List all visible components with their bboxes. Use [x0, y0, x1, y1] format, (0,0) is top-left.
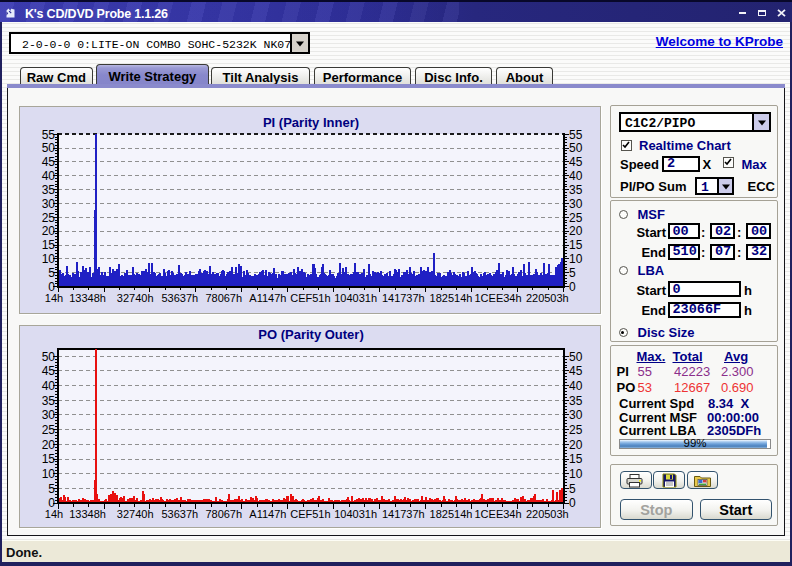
svg-text:25: 25: [569, 211, 583, 225]
svg-text:25: 25: [42, 423, 56, 437]
svg-text:30: 30: [42, 408, 56, 422]
svg-text:141737h: 141737h: [382, 508, 425, 520]
svg-text:32740h: 32740h: [117, 292, 154, 304]
svg-text:182514h: 182514h: [430, 508, 473, 520]
svg-text:PO (Parity Outer): PO (Parity Outer): [258, 327, 363, 342]
svg-text:104031h: 104031h: [334, 508, 377, 520]
svg-text:14h: 14h: [45, 292, 63, 304]
svg-text:220503h: 220503h: [526, 508, 569, 520]
svg-text:141737h: 141737h: [382, 292, 425, 304]
svg-text:30: 30: [569, 408, 583, 422]
svg-text:10: 10: [569, 467, 583, 481]
svg-text:15: 15: [42, 452, 56, 466]
svg-text:30: 30: [42, 197, 56, 211]
svg-text:25: 25: [42, 211, 56, 225]
svg-text:10: 10: [42, 467, 56, 481]
svg-text:PI (Parity Inner): PI (Parity Inner): [263, 115, 359, 130]
svg-text:78067h: 78067h: [205, 292, 242, 304]
svg-text:CEF51h: CEF51h: [290, 508, 330, 520]
svg-text:35: 35: [569, 183, 583, 197]
svg-text:20: 20: [42, 438, 56, 452]
svg-text:45: 45: [569, 364, 583, 378]
svg-text:78067h: 78067h: [205, 508, 242, 520]
svg-text:40: 40: [569, 379, 583, 393]
svg-text:10: 10: [569, 252, 583, 266]
svg-text:0: 0: [569, 280, 576, 294]
svg-text:45: 45: [42, 364, 56, 378]
svg-text:35: 35: [569, 394, 583, 408]
svg-text:20: 20: [569, 224, 583, 238]
svg-text:15: 15: [42, 238, 56, 252]
svg-text:20: 20: [569, 438, 583, 452]
svg-text:40: 40: [569, 169, 583, 183]
svg-text:13348h: 13348h: [69, 508, 106, 520]
svg-text:53637h: 53637h: [162, 508, 199, 520]
svg-text:50: 50: [42, 350, 56, 364]
svg-text:15: 15: [569, 452, 583, 466]
svg-text:5: 5: [569, 482, 576, 496]
svg-text:35: 35: [42, 183, 56, 197]
svg-text:0: 0: [569, 496, 576, 510]
svg-text:5: 5: [569, 266, 576, 280]
svg-text:53637h: 53637h: [162, 292, 199, 304]
svg-text:30: 30: [569, 197, 583, 211]
svg-text:20: 20: [42, 224, 56, 238]
svg-text:10: 10: [42, 252, 56, 266]
svg-text:220503h: 220503h: [526, 292, 569, 304]
svg-text:25: 25: [569, 423, 583, 437]
svg-text:104031h: 104031h: [334, 292, 377, 304]
svg-text:45: 45: [569, 155, 583, 169]
svg-text:CEF51h: CEF51h: [290, 292, 330, 304]
svg-text:1CEE34h: 1CEE34h: [475, 508, 522, 520]
svg-text:50: 50: [569, 141, 583, 155]
svg-text:55: 55: [42, 128, 56, 142]
svg-text:182514h: 182514h: [430, 292, 473, 304]
svg-text:5: 5: [48, 266, 55, 280]
svg-text:13348h: 13348h: [69, 292, 106, 304]
svg-text:A1147h: A1147h: [249, 292, 286, 304]
svg-text:5: 5: [48, 482, 55, 496]
svg-text:A1147h: A1147h: [249, 508, 286, 520]
svg-text:1CEE34h: 1CEE34h: [475, 292, 522, 304]
svg-text:45: 45: [42, 155, 56, 169]
svg-text:50: 50: [569, 350, 583, 364]
svg-text:40: 40: [42, 169, 56, 183]
svg-text:32740h: 32740h: [117, 508, 154, 520]
svg-text:55: 55: [569, 128, 583, 142]
svg-text:14h: 14h: [45, 508, 63, 520]
svg-text:35: 35: [42, 394, 56, 408]
svg-text:40: 40: [42, 379, 56, 393]
svg-text:15: 15: [569, 238, 583, 252]
svg-text:50: 50: [42, 141, 56, 155]
